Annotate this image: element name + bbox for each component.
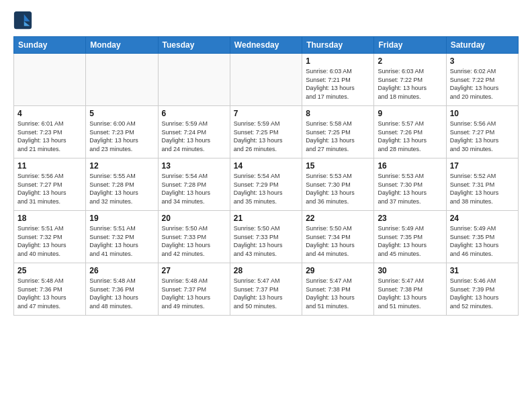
day-number: 27 bbox=[162, 266, 226, 275]
day-info: Sunrise: 5:49 AM Sunset: 7:35 PM Dayligh… bbox=[378, 224, 442, 258]
calendar-cell bbox=[14, 54, 86, 106]
day-number: 1 bbox=[306, 56, 370, 66]
week-row-3: 11Sunrise: 5:56 AM Sunset: 7:27 PM Dayli… bbox=[14, 158, 519, 211]
calendar-cell: 20Sunrise: 5:50 AM Sunset: 7:33 PM Dayli… bbox=[158, 211, 230, 263]
calendar-cell bbox=[158, 54, 230, 106]
day-info: Sunrise: 5:47 AM Sunset: 7:38 PM Dayligh… bbox=[306, 277, 370, 310]
day-info: Sunrise: 5:58 AM Sunset: 7:25 PM Dayligh… bbox=[306, 120, 370, 153]
weekday-header-wednesday: Wednesday bbox=[230, 37, 302, 54]
calendar-cell: 23Sunrise: 5:49 AM Sunset: 7:35 PM Dayli… bbox=[374, 211, 446, 263]
day-info: Sunrise: 5:57 AM Sunset: 7:26 PM Dayligh… bbox=[378, 120, 442, 153]
day-number: 19 bbox=[89, 214, 154, 223]
calendar-cell: 18Sunrise: 5:51 AM Sunset: 7:32 PM Dayli… bbox=[14, 211, 86, 263]
day-info: Sunrise: 5:59 AM Sunset: 7:24 PM Dayligh… bbox=[162, 120, 226, 153]
day-info: Sunrise: 6:03 AM Sunset: 7:22 PM Dayligh… bbox=[378, 67, 442, 101]
calendar-cell: 7Sunrise: 5:59 AM Sunset: 7:25 PM Daylig… bbox=[230, 106, 302, 158]
day-info: Sunrise: 5:53 AM Sunset: 7:30 PM Dayligh… bbox=[378, 172, 442, 205]
day-info: Sunrise: 6:02 AM Sunset: 7:22 PM Dayligh… bbox=[450, 67, 515, 101]
day-info: Sunrise: 5:50 AM Sunset: 7:33 PM Dayligh… bbox=[162, 224, 226, 258]
day-info: Sunrise: 5:48 AM Sunset: 7:36 PM Dayligh… bbox=[89, 277, 154, 310]
day-info: Sunrise: 5:53 AM Sunset: 7:30 PM Dayligh… bbox=[306, 172, 370, 205]
day-number: 10 bbox=[450, 109, 515, 118]
calendar-cell: 21Sunrise: 5:50 AM Sunset: 7:33 PM Dayli… bbox=[230, 211, 302, 263]
day-info: Sunrise: 5:54 AM Sunset: 7:29 PM Dayligh… bbox=[234, 172, 298, 205]
svg-rect-0 bbox=[14, 11, 32, 29]
day-info: Sunrise: 5:59 AM Sunset: 7:25 PM Dayligh… bbox=[234, 120, 298, 153]
calendar-cell: 9Sunrise: 5:57 AM Sunset: 7:26 PM Daylig… bbox=[374, 106, 446, 158]
calendar-cell bbox=[86, 54, 158, 106]
calendar-cell bbox=[230, 54, 302, 106]
calendar-cell: 16Sunrise: 5:53 AM Sunset: 7:30 PM Dayli… bbox=[374, 158, 446, 211]
calendar-cell: 12Sunrise: 5:55 AM Sunset: 7:28 PM Dayli… bbox=[86, 158, 158, 211]
calendar-cell: 15Sunrise: 5:53 AM Sunset: 7:30 PM Dayli… bbox=[302, 158, 374, 211]
calendar-table: SundayMondayTuesdayWednesdayThursdayFrid… bbox=[13, 36, 519, 316]
day-number: 11 bbox=[17, 161, 82, 171]
calendar-cell: 26Sunrise: 5:48 AM Sunset: 7:36 PM Dayli… bbox=[86, 263, 158, 316]
day-number: 29 bbox=[306, 266, 370, 275]
day-info: Sunrise: 6:00 AM Sunset: 7:23 PM Dayligh… bbox=[89, 120, 154, 153]
day-number: 16 bbox=[378, 161, 442, 171]
day-info: Sunrise: 5:54 AM Sunset: 7:28 PM Dayligh… bbox=[162, 172, 226, 205]
calendar-cell: 5Sunrise: 6:00 AM Sunset: 7:23 PM Daylig… bbox=[86, 106, 158, 158]
weekday-header-thursday: Thursday bbox=[302, 37, 374, 54]
calendar-cell: 17Sunrise: 5:52 AM Sunset: 7:31 PM Dayli… bbox=[446, 158, 518, 211]
calendar-cell: 27Sunrise: 5:48 AM Sunset: 7:37 PM Dayli… bbox=[158, 263, 230, 316]
week-row-2: 4Sunrise: 6:01 AM Sunset: 7:23 PM Daylig… bbox=[14, 106, 519, 158]
day-number: 24 bbox=[450, 214, 515, 223]
day-info: Sunrise: 5:48 AM Sunset: 7:36 PM Dayligh… bbox=[17, 277, 82, 310]
weekday-header-friday: Friday bbox=[374, 37, 446, 54]
day-info: Sunrise: 5:50 AM Sunset: 7:33 PM Dayligh… bbox=[234, 224, 298, 258]
day-info: Sunrise: 5:49 AM Sunset: 7:35 PM Dayligh… bbox=[450, 224, 515, 258]
calendar-cell: 30Sunrise: 5:47 AM Sunset: 7:38 PM Dayli… bbox=[374, 263, 446, 316]
day-number: 30 bbox=[378, 266, 442, 275]
day-number: 2 bbox=[378, 56, 442, 66]
day-number: 14 bbox=[234, 161, 298, 171]
week-row-1: 1Sunrise: 6:03 AM Sunset: 7:21 PM Daylig… bbox=[14, 54, 519, 106]
calendar-cell: 13Sunrise: 5:54 AM Sunset: 7:28 PM Dayli… bbox=[158, 158, 230, 211]
calendar-cell: 19Sunrise: 5:51 AM Sunset: 7:32 PM Dayli… bbox=[86, 211, 158, 263]
day-number: 5 bbox=[89, 109, 154, 118]
day-info: Sunrise: 5:51 AM Sunset: 7:32 PM Dayligh… bbox=[89, 224, 154, 258]
day-number: 12 bbox=[89, 161, 154, 171]
day-number: 7 bbox=[234, 109, 298, 118]
day-info: Sunrise: 5:56 AM Sunset: 7:27 PM Dayligh… bbox=[17, 172, 82, 205]
weekday-header-saturday: Saturday bbox=[446, 37, 518, 54]
day-info: Sunrise: 5:52 AM Sunset: 7:31 PM Dayligh… bbox=[450, 172, 515, 205]
calendar-cell: 8Sunrise: 5:58 AM Sunset: 7:25 PM Daylig… bbox=[302, 106, 374, 158]
day-info: Sunrise: 5:55 AM Sunset: 7:28 PM Dayligh… bbox=[89, 172, 154, 205]
calendar-cell: 11Sunrise: 5:56 AM Sunset: 7:27 PM Dayli… bbox=[14, 158, 86, 211]
day-number: 18 bbox=[17, 214, 82, 223]
calendar-cell: 10Sunrise: 5:56 AM Sunset: 7:27 PM Dayli… bbox=[446, 106, 518, 158]
weekday-header-tuesday: Tuesday bbox=[158, 37, 230, 54]
day-number: 23 bbox=[378, 214, 442, 223]
day-info: Sunrise: 6:03 AM Sunset: 7:21 PM Dayligh… bbox=[306, 67, 370, 101]
day-number: 25 bbox=[17, 266, 82, 275]
logo bbox=[13, 11, 35, 30]
day-number: 21 bbox=[234, 214, 298, 223]
day-number: 31 bbox=[450, 266, 515, 275]
calendar-cell: 3Sunrise: 6:02 AM Sunset: 7:22 PM Daylig… bbox=[446, 54, 518, 106]
page: SundayMondayTuesdayWednesdayThursdayFrid… bbox=[0, 0, 532, 411]
day-number: 28 bbox=[234, 266, 298, 275]
weekday-header-sunday: Sunday bbox=[14, 37, 86, 54]
day-info: Sunrise: 5:48 AM Sunset: 7:37 PM Dayligh… bbox=[162, 277, 226, 310]
day-number: 22 bbox=[306, 214, 370, 223]
calendar-cell: 29Sunrise: 5:47 AM Sunset: 7:38 PM Dayli… bbox=[302, 263, 374, 316]
day-number: 3 bbox=[450, 56, 515, 66]
calendar-cell: 2Sunrise: 6:03 AM Sunset: 7:22 PM Daylig… bbox=[374, 54, 446, 106]
calendar-cell: 1Sunrise: 6:03 AM Sunset: 7:21 PM Daylig… bbox=[302, 54, 374, 106]
day-number: 26 bbox=[89, 266, 154, 275]
calendar-cell: 6Sunrise: 5:59 AM Sunset: 7:24 PM Daylig… bbox=[158, 106, 230, 158]
day-info: Sunrise: 5:56 AM Sunset: 7:27 PM Dayligh… bbox=[450, 120, 515, 153]
day-info: Sunrise: 5:50 AM Sunset: 7:34 PM Dayligh… bbox=[306, 224, 370, 258]
logo-icon bbox=[13, 11, 32, 30]
day-number: 8 bbox=[306, 109, 370, 118]
day-number: 20 bbox=[162, 214, 226, 223]
calendar-cell: 22Sunrise: 5:50 AM Sunset: 7:34 PM Dayli… bbox=[302, 211, 374, 263]
day-info: Sunrise: 5:47 AM Sunset: 7:38 PM Dayligh… bbox=[378, 277, 442, 310]
day-number: 17 bbox=[450, 161, 515, 171]
day-number: 6 bbox=[162, 109, 226, 118]
header bbox=[13, 11, 519, 30]
day-info: Sunrise: 5:47 AM Sunset: 7:37 PM Dayligh… bbox=[234, 277, 298, 310]
weekday-header-monday: Monday bbox=[86, 37, 158, 54]
